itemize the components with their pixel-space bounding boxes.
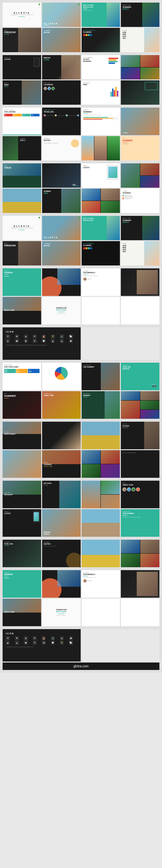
- slide-eat-pool[interactable]: EAT POOL AT THE: [42, 481, 81, 508]
- slide-bp2-title2: PLACE: [4, 575, 39, 577]
- slide-welcome-2[interactable]: WELCOME MESSAGE: [82, 216, 120, 240]
- slide-ent2[interactable]: ENTERTAINMENT PLANNING: [82, 241, 120, 266]
- slide-price-guide[interactable]: PRICE TABLE FOR YOUR GUIDE BASIC $99 PRO…: [3, 363, 41, 390]
- slide-quotes[interactable]: OUR SUM MER QUO TES: [121, 28, 159, 52]
- slide-ct2-name: Jane Smith: [87, 580, 92, 582]
- slide-mobile-layout[interactable]: MOBILE LAYOUT: [3, 509, 41, 537]
- slide-sale[interactable]: SALE THANKS UP TO 70%: [42, 450, 81, 478]
- slide-sqd-title: FOR T...: [20, 140, 39, 141]
- slide-photo-dark3[interactable]: [121, 540, 159, 567]
- slide-inner-photo[interactable]: 70%: [42, 163, 81, 188]
- slide-clear-agenda[interactable]: CLEAR AGENDA Morning session Afternoon a…: [121, 189, 159, 213]
- slide-entertainment[interactable]: ENTERTAINMENT PLANNING: [82, 28, 120, 52]
- slide-meet-party[interactable]: MEET THE SUMMER PARTY: [121, 3, 159, 27]
- slide-holiday[interactable]: HOLI DAY: [3, 81, 41, 105]
- slide-beauty-place[interactable]: BEAUTY SUMMER PLACE: [3, 268, 41, 296]
- slide-collage2[interactable]: [121, 391, 159, 419]
- slide-gp-label2: AMAZING: [123, 427, 158, 429]
- slide-ff2[interactable]: FEEL FREEDOM: [3, 241, 41, 266]
- slide-hot-summer-2[interactable]: HOT SUMMER: [3, 391, 41, 419]
- slide-summer-quotes-dark[interactable]: SUMMER QUOTES "Life is short, enjoy the …: [42, 540, 81, 567]
- gfxtra-text: gfxtra.com: [73, 664, 89, 668]
- slide-feel-summer[interactable]: FEEL SUMMER OF HOT SEASONS: [82, 55, 120, 80]
- slide-thanks-2[interactable]: THANKS FOR WATCHING Summer Presentation: [42, 599, 81, 626]
- slide-summer-mood[interactable]: SUMMER MOOD: [42, 28, 81, 52]
- slide-dark-photo3[interactable]: [42, 422, 81, 449]
- slide-hot-summer[interactable]: HOT SUMMER Beat the heat: [121, 136, 159, 160]
- slide-dark-photo2[interactable]: [121, 163, 159, 188]
- slide-beauty-place-2[interactable]: BEAUTY SUMMER PLACE: [3, 570, 41, 598]
- icon-item: ♦: [6, 339, 10, 343]
- slide-beach-wide[interactable]: [3, 450, 41, 478]
- slide-icons-2[interactable]: ICON ☀ ★ ♥ ✈ ⛵ ⚓ ♦ ◉ ▲ ● ◆ ✦ ◈ ⬟ 🌴 🐚 Com…: [3, 629, 81, 661]
- slide-sm2[interactable]: SUMMER MOOD: [42, 241, 81, 266]
- slide-tablet-layout[interactable]: TABLET LAYOUT: [82, 163, 120, 188]
- slide-photo-col2[interactable]: [82, 189, 120, 213]
- slide-icons[interactable]: ICON ☀ ★ ♥ ✈ ⛵ 🌴 ⚓ 🐚 ♦ ◉ ◈ ✦ ⬟ ▲ ● ◆ Com…: [3, 328, 81, 360]
- slide-client-testimonials-2[interactable]: CLIENT TESTIMONIALS "Best summer vacatio…: [82, 570, 120, 598]
- slide-ff2-title: FREEDOM: [4, 244, 39, 247]
- section-13-icon: ICON ☀ ★ ♥ ✈ ⛵ ⚓ ♦ ◉ ▲ ● ◆ ✦ ◈ ⬟ 🌴 🐚 Com…: [3, 629, 159, 661]
- slide-time-photos[interactable]: TIME TO TAKE THE PHOTOS 📷: [121, 363, 159, 390]
- icon-item2: ⬟: [51, 641, 55, 645]
- section-2-row-1: MOCK UP LAYOUT BREAK SLIDE FEEL SUMMER O…: [3, 55, 159, 80]
- section-10-row-1: TIME FOR HOLIDAY EAT POOL AT THE M: [3, 481, 159, 508]
- slide-dark-photo[interactable]: [121, 81, 159, 105]
- section-5-row-2: FEEL FREEDOM SUMMER MOOD ENTERTAINMENT P…: [3, 241, 159, 266]
- icon-item2: ⚓: [51, 636, 55, 640]
- slide-meet-party2[interactable]: MEET THE SUMMER PARTY: [121, 216, 159, 240]
- slide-photo-beach2[interactable]: [3, 189, 41, 213]
- slide-orange-circle[interactable]: [42, 268, 81, 296]
- slide-bonus[interactable]: BONUS FOR THIS SUMMER Special summer bon…: [121, 509, 159, 537]
- slide-ca-title: AGENDA: [123, 192, 158, 194]
- slide-fantastic[interactable]: FANTASTIC PRO: [82, 81, 120, 105]
- slide-dark-text[interactable]: Summer collection slide: [121, 450, 159, 478]
- slide-dark-portrait[interactable]: [121, 268, 159, 296]
- slide-welcome[interactable]: WELCOME MESSAGE Summer welcome: [82, 3, 120, 27]
- slide-our-voice[interactable]: OUR VOICE: [3, 163, 41, 188]
- slide-break2[interactable]: SUMMER VIEW: [42, 189, 81, 213]
- slide-feel-freedom[interactable]: FEEL FREEDOM: [3, 28, 41, 52]
- slide-price-lodging[interactable]: PRICE TABLE FOR LODGING $99 $149 $199 $2…: [3, 107, 41, 135]
- slide-beach-time[interactable]: BEACH TIME: [3, 297, 41, 324]
- slide-summer-quotes2[interactable]: SUMMER QUOTES "Life is better in summer.…: [42, 136, 81, 160]
- slide-meet-leaders[interactable]: MEET THE LEADERS: [42, 81, 81, 105]
- slide-beach-large[interactable]: [82, 509, 120, 537]
- slide-time-holiday[interactable]: TIME FOR HOLIDAY: [3, 481, 41, 508]
- slide-beach-time-2[interactable]: BEACH TIME: [3, 599, 41, 626]
- slide-dark-portrait-2[interactable]: [121, 570, 159, 598]
- slide-timeline[interactable]: TIMELINES FOR TRAVELLING: [42, 107, 81, 135]
- slide-collage3[interactable]: [82, 450, 120, 478]
- slide-mockup[interactable]: MOCK UP LAYOUT: [3, 55, 41, 80]
- slide-break-1[interactable]: BREAK SLIDE: [42, 55, 81, 80]
- slide-thanks[interactable]: THANKS FOR WATCHING Summer Presentation: [42, 297, 81, 324]
- slide-allecia-3[interactable]: ALLECIA SUMMER PRESENTATION: [3, 216, 41, 240]
- slide-chart-white[interactable]: [42, 363, 81, 390]
- slide-summer-quote-dark[interactable]: SUMMER FOR T...: [3, 136, 41, 160]
- slide-photo-grid[interactable]: [121, 55, 159, 80]
- slide-photo-portrait[interactable]: SUMMER: [121, 107, 159, 135]
- slide-holidays[interactable]: HOLIDAYS IN THE SUMMER: [82, 363, 120, 390]
- slide-summer-discovery[interactable]: SUMMER DISCOVERY: [3, 422, 41, 449]
- slide-allecia-1[interactable]: ALLECIA SUMMER PRESENTATION: [3, 3, 41, 27]
- slide-beach-collage[interactable]: [82, 481, 120, 508]
- slide-client-testimonials[interactable]: CLIENT TESTIMONIALS "Amazing experience …: [82, 268, 120, 296]
- slide-allecia-4[interactable]: ALLECIA: [42, 216, 81, 240]
- slide-allecia-beach[interactable]: ALLECIA: [42, 3, 81, 27]
- slide-summer-life[interactable]: SUMMER FOR LIFE: [3, 540, 41, 567]
- slide-family-time[interactable]: SUMMER FOR FAMILY TIME: [42, 391, 81, 419]
- section-8-row-1: PRICE TABLE FOR YOUR GUIDE BASIC $99 PRO…: [3, 363, 159, 390]
- slide-q2[interactable]: OUR SUM MER QUO TED: [121, 241, 159, 266]
- slide-meet-team[interactable]: MEET GREAT TEAM: [121, 481, 159, 508]
- slide-orange-circle-2[interactable]: [42, 570, 81, 598]
- slide-beach-photo4[interactable]: [82, 540, 120, 567]
- slide-ca-item2: Afternoon activities: [124, 196, 132, 198]
- slide-photo-cols[interactable]: [82, 136, 120, 160]
- slide-mt-title: GREAT TEAM: [123, 484, 158, 486]
- section-12-row-1: BEAUTY SUMMER PLACE CLIENT TESTIMONIALS …: [3, 570, 159, 598]
- slide-beauty-summer[interactable]: BEAUTY SUMMER Lorem ipsum text for summe…: [82, 107, 120, 135]
- slide-beach-photo3[interactable]: [82, 422, 120, 449]
- slide-freedom-moment[interactable]: FREEDOM MOMENT: [82, 391, 120, 419]
- slide-break-beach[interactable]: BREAK SLIDE: [42, 509, 81, 537]
- slide-going-places[interactable]: GOING PLACES AMAZING: [121, 422, 159, 449]
